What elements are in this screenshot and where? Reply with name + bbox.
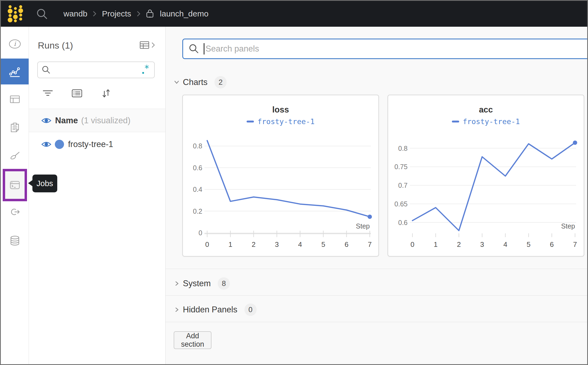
- chevron-right-icon: [93, 11, 96, 17]
- svg-text:2: 2: [457, 240, 461, 248]
- legend-run-name: frosty-tree-1: [463, 117, 520, 126]
- broom-icon: [9, 150, 21, 162]
- chevron-down-icon: [174, 79, 180, 85]
- add-section-button[interactable]: Add section: [174, 331, 211, 349]
- lock-icon: [146, 9, 154, 19]
- svg-text:4: 4: [503, 240, 507, 248]
- svg-text:0.6: 0.6: [398, 219, 408, 226]
- chevron-right-icon: [137, 11, 140, 17]
- svg-text:5: 5: [321, 240, 325, 248]
- section-header-charts[interactable]: Charts 2: [166, 71, 587, 94]
- runs-table-icon: [139, 41, 150, 49]
- chart-panel-loss[interactable]: loss frosty-tree-1 00.20.40.60.801234567…: [182, 95, 379, 257]
- wandb-app-window: wandb Projects launch_demo i: [0, 0, 588, 365]
- svg-text:3: 3: [480, 240, 484, 248]
- runs-search-box[interactable]: *: [37, 62, 155, 78]
- svg-text:*: *: [144, 65, 149, 74]
- group-runs-button[interactable]: [69, 87, 85, 100]
- expand-runs-table-button[interactable]: [139, 41, 155, 49]
- svg-text:6: 6: [550, 240, 554, 248]
- sidebar-icon-rail: i: [1, 27, 29, 364]
- charts-grid: loss frosty-tree-1 00.20.40.60.801234567…: [182, 95, 584, 257]
- svg-text:0.8: 0.8: [398, 145, 408, 152]
- runs-toolbar: [29, 87, 165, 100]
- runs-panel-title: Runs (1): [38, 40, 73, 51]
- eye-icon[interactable]: [41, 141, 51, 148]
- runs-visualized-count: (1 visualized): [81, 116, 130, 125]
- svg-text:5: 5: [527, 240, 530, 248]
- svg-text:6: 6: [345, 240, 348, 248]
- loss-line-plot: 00.20.40.60.801234567Step: [183, 136, 378, 254]
- svg-text:7: 7: [368, 240, 372, 248]
- runs-search-input[interactable]: [51, 66, 141, 74]
- svg-text:Step: Step: [356, 222, 370, 230]
- svg-text:3: 3: [275, 240, 279, 248]
- breadcrumb-section[interactable]: Projects: [102, 9, 131, 18]
- svg-text:i: i: [14, 40, 16, 47]
- section-count-badge: 2: [214, 76, 227, 88]
- breadcrumb-org[interactable]: wandb: [63, 9, 87, 18]
- jobs-tooltip: Jobs: [32, 175, 57, 192]
- section-header-hidden-panels[interactable]: Hidden Panels 0: [166, 298, 587, 321]
- divider: [166, 269, 587, 269]
- run-row[interactable]: frosty-tree-1: [29, 132, 165, 156]
- svg-text:0: 0: [199, 229, 202, 237]
- runs-sidebar-panel: Runs (1) *: [29, 27, 166, 364]
- regex-toggle-icon[interactable]: *: [141, 65, 150, 75]
- info-icon: i: [9, 38, 21, 50]
- svg-text:0.4: 0.4: [193, 186, 202, 193]
- svg-text:0.2: 0.2: [193, 207, 202, 215]
- sidebar-item-table[interactable]: [1, 86, 29, 112]
- search-icon: [42, 65, 51, 74]
- chart-panel-acc[interactable]: acc frosty-tree-1 0.60.650.70.750.801234…: [388, 95, 584, 257]
- svg-text:1: 1: [229, 240, 232, 248]
- sort-runs-button[interactable]: [99, 87, 114, 100]
- global-search-icon[interactable]: [36, 8, 48, 20]
- legend-run-name: frosty-tree-1: [257, 117, 314, 126]
- jobs-tooltip-label: Jobs: [36, 179, 53, 188]
- svg-text:7: 7: [573, 240, 577, 248]
- sidebar-item-logs[interactable]: [1, 115, 29, 141]
- section-label: Charts: [183, 77, 207, 87]
- table-icon: [9, 93, 21, 105]
- sidebar-item-automations[interactable]: [1, 199, 29, 225]
- runs-list-header: Name (1 visualized): [29, 109, 165, 132]
- top-navigation-bar: wandb Projects launch_demo: [1, 1, 587, 27]
- terminal-icon: [9, 179, 21, 191]
- chevron-right-icon: [151, 42, 155, 48]
- svg-text:1: 1: [434, 240, 438, 248]
- svg-text:0.75: 0.75: [394, 163, 408, 170]
- breadcrumb-project[interactable]: launch_demo: [160, 9, 209, 18]
- acc-line-plot: 0.60.650.70.750.801234567Step: [388, 136, 584, 254]
- run-name[interactable]: frosty-tree-1: [68, 139, 113, 149]
- eye-icon[interactable]: [41, 117, 51, 124]
- line-chart-icon: [9, 65, 21, 78]
- section-header-system[interactable]: System 8: [166, 272, 587, 295]
- run-color-dot[interactable]: [55, 140, 64, 149]
- sidebar-item-overview[interactable]: i: [1, 31, 29, 57]
- breadcrumb: wandb Projects launch_demo: [63, 9, 209, 19]
- wandb-logo-icon[interactable]: [6, 4, 25, 23]
- clipboard-icon: [9, 121, 21, 134]
- sidebar-item-artifacts[interactable]: [1, 228, 29, 254]
- database-icon: [9, 234, 21, 247]
- svg-text:0.6: 0.6: [193, 164, 202, 172]
- section-label: System: [183, 279, 211, 288]
- sidebar-item-sweeps[interactable]: [1, 143, 29, 169]
- tooltip-arrow: [28, 180, 33, 186]
- divider: [166, 295, 587, 296]
- search-panels-input[interactable]: [206, 44, 587, 54]
- legend-swatch: [452, 121, 459, 122]
- chevron-right-icon: [174, 281, 180, 286]
- svg-text:4: 4: [298, 240, 302, 248]
- runs-column-name[interactable]: Name: [55, 116, 78, 125]
- svg-text:Step: Step: [561, 222, 575, 230]
- svg-text:0: 0: [205, 240, 209, 248]
- text-cursor: [204, 43, 204, 54]
- divider: [166, 322, 587, 322]
- filter-runs-button[interactable]: [40, 87, 55, 100]
- sidebar-item-charts[interactable]: [1, 59, 29, 84]
- sidebar-item-jobs[interactable]: [3, 169, 27, 201]
- search-panels-box[interactable]: [182, 39, 587, 59]
- section-label: Hidden Panels: [183, 305, 237, 315]
